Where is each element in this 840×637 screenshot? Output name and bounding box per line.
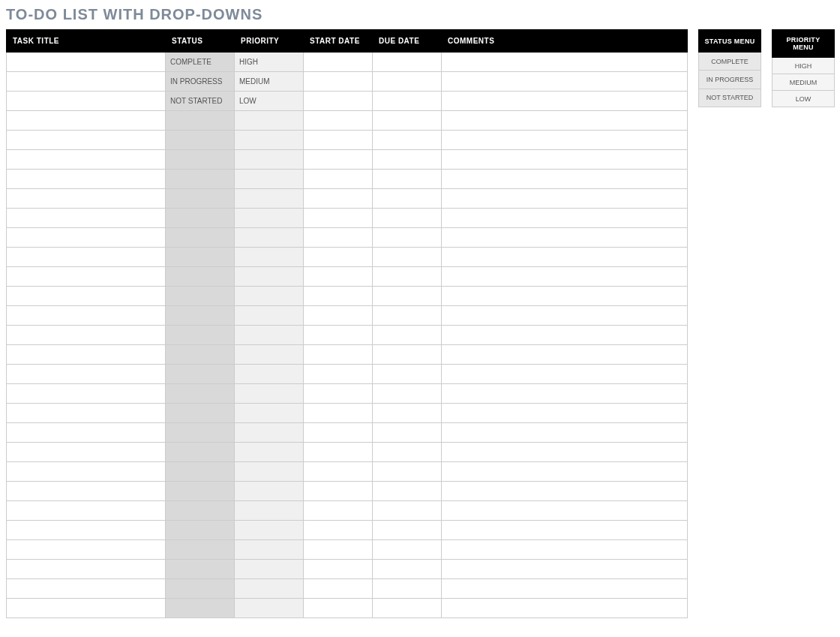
task-cell[interactable] (7, 443, 166, 462)
task-cell[interactable] (7, 306, 166, 326)
comments-cell[interactable] (442, 326, 688, 345)
comments-cell[interactable] (442, 53, 688, 72)
task-cell[interactable] (7, 53, 166, 72)
comments-cell[interactable] (442, 482, 688, 501)
priority-cell[interactable] (235, 306, 304, 326)
due-date-cell[interactable] (373, 248, 442, 267)
due-date-cell[interactable] (373, 53, 442, 72)
comments-cell[interactable] (442, 443, 688, 462)
task-cell[interactable] (7, 560, 166, 579)
task-cell[interactable] (7, 267, 166, 287)
priority-cell[interactable] (235, 228, 304, 248)
comments-cell[interactable] (442, 462, 688, 482)
start-date-cell[interactable] (304, 53, 373, 72)
start-date-cell[interactable] (304, 248, 373, 267)
due-date-cell[interactable] (373, 599, 442, 618)
comments-cell[interactable] (442, 423, 688, 443)
status-cell[interactable] (166, 345, 235, 365)
task-cell[interactable] (7, 462, 166, 482)
start-date-cell[interactable] (304, 72, 373, 92)
comments-cell[interactable] (442, 170, 688, 189)
task-cell[interactable] (7, 501, 166, 521)
comments-cell[interactable] (442, 404, 688, 423)
comments-cell[interactable] (442, 111, 688, 131)
start-date-cell[interactable] (304, 326, 373, 345)
comments-cell[interactable] (442, 131, 688, 150)
due-date-cell[interactable] (373, 131, 442, 150)
status-cell[interactable] (166, 131, 235, 150)
due-date-cell[interactable] (373, 540, 442, 560)
priority-cell[interactable] (235, 599, 304, 618)
status-cell[interactable] (166, 150, 235, 170)
comments-cell[interactable] (442, 287, 688, 306)
comments-cell[interactable] (442, 92, 688, 111)
task-cell[interactable] (7, 287, 166, 306)
start-date-cell[interactable] (304, 92, 373, 111)
due-date-cell[interactable] (373, 111, 442, 131)
priority-cell[interactable] (235, 443, 304, 462)
due-date-cell[interactable] (373, 365, 442, 384)
task-cell[interactable] (7, 248, 166, 267)
comments-cell[interactable] (442, 384, 688, 404)
task-cell[interactable] (7, 111, 166, 131)
status-menu-item[interactable]: IN PROGRESS (699, 71, 761, 89)
due-date-cell[interactable] (373, 345, 442, 365)
status-cell[interactable] (166, 287, 235, 306)
start-date-cell[interactable] (304, 306, 373, 326)
status-cell[interactable] (166, 248, 235, 267)
priority-cell[interactable] (235, 170, 304, 189)
comments-cell[interactable] (442, 267, 688, 287)
task-cell[interactable] (7, 170, 166, 189)
start-date-cell[interactable] (304, 521, 373, 540)
comments-cell[interactable] (442, 72, 688, 92)
comments-cell[interactable] (442, 150, 688, 170)
status-cell[interactable] (166, 189, 235, 209)
task-cell[interactable] (7, 521, 166, 540)
priority-cell[interactable] (235, 150, 304, 170)
priority-cell[interactable]: HIGH (235, 53, 304, 72)
priority-cell[interactable] (235, 189, 304, 209)
status-cell[interactable] (166, 365, 235, 384)
due-date-cell[interactable] (373, 170, 442, 189)
priority-cell[interactable] (235, 540, 304, 560)
priority-cell[interactable] (235, 209, 304, 228)
comments-cell[interactable] (442, 599, 688, 618)
status-cell[interactable] (166, 443, 235, 462)
status-cell[interactable] (166, 599, 235, 618)
status-cell[interactable] (166, 540, 235, 560)
priority-cell[interactable] (235, 111, 304, 131)
start-date-cell[interactable] (304, 150, 373, 170)
status-menu-item[interactable]: COMPLETE (699, 53, 761, 71)
due-date-cell[interactable] (373, 72, 442, 92)
start-date-cell[interactable] (304, 189, 373, 209)
due-date-cell[interactable] (373, 287, 442, 306)
status-cell[interactable]: COMPLETE (166, 53, 235, 72)
task-cell[interactable] (7, 365, 166, 384)
task-cell[interactable] (7, 189, 166, 209)
status-menu-item[interactable]: NOT STARTED (699, 89, 761, 107)
start-date-cell[interactable] (304, 482, 373, 501)
comments-cell[interactable] (442, 189, 688, 209)
priority-cell[interactable] (235, 501, 304, 521)
status-cell[interactable] (166, 384, 235, 404)
priority-cell[interactable] (235, 345, 304, 365)
status-cell[interactable] (166, 267, 235, 287)
priority-cell[interactable] (235, 248, 304, 267)
comments-cell[interactable] (442, 579, 688, 599)
task-cell[interactable] (7, 482, 166, 501)
priority-cell[interactable] (235, 560, 304, 579)
task-cell[interactable] (7, 579, 166, 599)
status-cell[interactable] (166, 170, 235, 189)
priority-cell[interactable] (235, 326, 304, 345)
task-cell[interactable] (7, 345, 166, 365)
priority-cell[interactable] (235, 365, 304, 384)
comments-cell[interactable] (442, 560, 688, 579)
due-date-cell[interactable] (373, 306, 442, 326)
due-date-cell[interactable] (373, 462, 442, 482)
status-cell[interactable] (166, 501, 235, 521)
status-cell[interactable] (166, 306, 235, 326)
due-date-cell[interactable] (373, 404, 442, 423)
task-cell[interactable] (7, 209, 166, 228)
start-date-cell[interactable] (304, 579, 373, 599)
task-cell[interactable] (7, 72, 166, 92)
